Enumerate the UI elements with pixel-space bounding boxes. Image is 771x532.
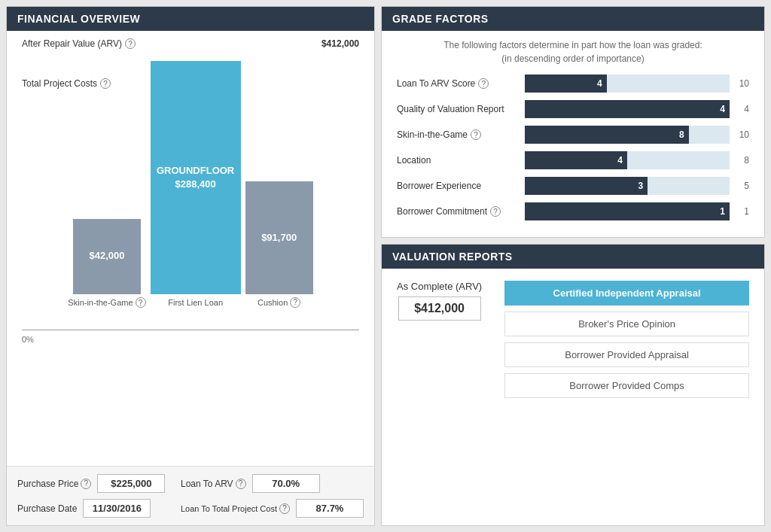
grade-bar-score: 3 bbox=[638, 181, 644, 191]
grade-factor-row: Quality of Valuation Report 4 4 bbox=[397, 100, 749, 118]
grade-max: 4 bbox=[734, 104, 749, 114]
bar-skin: $42,000 Skin-in-the-Game ? bbox=[68, 219, 145, 309]
chart-area: After Repair Value (ARV) ? $412,000 0% T… bbox=[7, 31, 374, 466]
bar-skin-fill: $42,000 bbox=[73, 219, 141, 294]
bar-first-lien-value: $288,400 bbox=[157, 178, 234, 191]
bar-first-lien-bottom-label: First Lien Loan bbox=[168, 297, 223, 308]
bar-first-lien-label: GROUNDFLOOR bbox=[157, 164, 234, 178]
loan-to-total-row: Loan To Total Project Cost ? 87.7% bbox=[181, 499, 364, 518]
bar-skin-label: Skin-in-the-Game ? bbox=[68, 297, 145, 309]
arv-label-text: After Repair Value (ARV) bbox=[22, 38, 122, 49]
loan-to-arv-value: 70.0% bbox=[252, 474, 320, 493]
grade-max: 8 bbox=[734, 155, 749, 166]
bar-first-lien-text: GROUNDFLOOR $288,400 bbox=[157, 164, 234, 191]
grade-bar-bg: 4 bbox=[525, 151, 730, 169]
grade-bar-bg: 4 bbox=[525, 100, 730, 118]
chart-wrapper: 0% Total Project Costs ? $330,400 $42,00… bbox=[22, 52, 359, 353]
loan-to-total-help-icon[interactable]: ? bbox=[279, 503, 290, 514]
loan-to-arv-help-icon[interactable]: ? bbox=[236, 479, 246, 489]
purchase-price-label: Purchase Price ? bbox=[17, 479, 91, 489]
total-project-costs-label: Total Project Costs bbox=[22, 78, 97, 89]
grade-factor-label: Loan To ARV Score? bbox=[397, 78, 517, 89]
zero-label: 0% bbox=[22, 335, 34, 344]
grade-factor-label: Borrower Experience bbox=[397, 181, 517, 191]
loan-to-arv-row: Loan To ARV ? 70.0% bbox=[181, 474, 364, 493]
grade-bar-fill: 4 bbox=[525, 100, 730, 118]
valuation-content: As Complete (ARV) $412,000 Certified Ind… bbox=[382, 269, 764, 410]
grade-bar-score: 4 bbox=[720, 104, 725, 114]
grade-bar-score: 4 bbox=[597, 78, 602, 89]
right-panel: GRADE FACTORS The following factors dete… bbox=[381, 6, 765, 526]
val-arv-label: As Complete (ARV) bbox=[397, 281, 482, 292]
grade-bar-fill: 8 bbox=[525, 126, 689, 144]
factor-help-icon[interactable]: ? bbox=[478, 78, 489, 89]
grade-bar-score: 8 bbox=[679, 129, 684, 140]
factor-help-icon[interactable]: ? bbox=[490, 206, 501, 217]
val-option[interactable]: Broker's Price Opinion bbox=[504, 312, 749, 336]
grade-subtitle1: The following factors determine in part … bbox=[397, 40, 749, 50]
grade-bar-score: 4 bbox=[617, 155, 623, 166]
grade-bar-container: 8 10 bbox=[525, 126, 749, 144]
grade-factor-label: Skin-in-the-Game? bbox=[397, 129, 517, 140]
grade-factor-row: Borrower Commitment? 1 1 bbox=[397, 202, 749, 220]
grade-factor-label: Borrower Commitment? bbox=[397, 206, 517, 217]
bar-cushion-fill: $91,700 bbox=[245, 181, 313, 294]
val-arv-value: $412,000 bbox=[398, 296, 481, 321]
skin-game-help-icon[interactable]: ? bbox=[136, 297, 146, 308]
factor-help-icon[interactable]: ? bbox=[471, 129, 481, 140]
grade-bar-container: 1 1 bbox=[525, 202, 749, 220]
purchase-date-value: 11/30/2016 bbox=[83, 499, 151, 518]
arv-help-icon[interactable]: ? bbox=[125, 38, 136, 49]
arv-label: After Repair Value (ARV) ? bbox=[22, 38, 136, 49]
grade-max: 5 bbox=[734, 181, 749, 191]
total-project-costs-help-icon[interactable]: ? bbox=[100, 78, 111, 89]
grade-bar-container: 3 5 bbox=[525, 177, 749, 195]
val-options-list: Certified Independent AppraisalBroker's … bbox=[504, 281, 749, 398]
grade-max: 10 bbox=[734, 78, 749, 89]
grade-bar-bg: 3 bbox=[525, 177, 730, 195]
val-option[interactable]: Borrower Provided Appraisal bbox=[504, 342, 749, 367]
arv-value: $412,000 bbox=[322, 38, 359, 49]
arv-row: After Repair Value (ARV) ? $412,000 bbox=[22, 38, 359, 49]
grade-factor-row: Location 4 8 bbox=[397, 151, 749, 169]
purchase-date-row: Purchase Date 11/30/2016 bbox=[17, 499, 166, 518]
grade-bar-fill: 4 bbox=[525, 151, 627, 169]
loan-to-total-value: 87.7% bbox=[296, 499, 364, 518]
grade-factor-label: Location bbox=[397, 155, 517, 166]
loan-to-arv-label: Loan To ARV ? bbox=[181, 479, 246, 489]
bar-skin-value: $42,000 bbox=[89, 249, 124, 263]
grade-bar-fill: 4 bbox=[525, 74, 607, 93]
loan-to-total-label: Loan To Total Project Cost ? bbox=[181, 503, 290, 514]
cushion-help-icon[interactable]: ? bbox=[290, 297, 300, 308]
bar-cushion: $91,700 Cushion ? bbox=[245, 181, 313, 308]
grade-subtitle2: (in descending order of importance) bbox=[397, 53, 749, 64]
grade-bar-fill: 1 bbox=[525, 202, 730, 220]
grade-factor-row: Loan To ARV Score? 4 10 bbox=[397, 74, 749, 93]
grade-bar-bg: 8 bbox=[525, 126, 730, 144]
bar-cushion-value: $91,700 bbox=[261, 231, 297, 245]
grade-factor-row: Borrower Experience 3 5 bbox=[397, 177, 749, 195]
bars-container: $42,000 Skin-in-the-Game ? GROUNDFLOOR $… bbox=[22, 52, 359, 330]
purchase-price-help-icon[interactable]: ? bbox=[81, 479, 91, 489]
grade-factor-row: Skin-in-the-Game? 8 10 bbox=[397, 126, 749, 144]
val-option[interactable]: Certified Independent Appraisal bbox=[504, 281, 749, 306]
grade-factors-header: GRADE FACTORS bbox=[382, 7, 764, 31]
financial-overview-header: FINANCIAL OVERVIEW bbox=[7, 7, 374, 31]
main-container: FINANCIAL OVERVIEW After Repair Value (A… bbox=[0, 0, 771, 532]
purchase-price-row: Purchase Price ? $225,000 bbox=[17, 474, 166, 493]
val-left: As Complete (ARV) $412,000 bbox=[397, 281, 482, 321]
grade-bar-container: 4 8 bbox=[525, 151, 749, 169]
bottom-fields: Purchase Price ? $225,000 Loan To ARV ? … bbox=[7, 466, 374, 525]
grade-max: 1 bbox=[734, 206, 749, 217]
grade-factor-label: Quality of Valuation Report bbox=[397, 104, 517, 114]
left-panel: FINANCIAL OVERVIEW After Repair Value (A… bbox=[6, 6, 375, 526]
val-option[interactable]: Borrower Provided Comps bbox=[504, 373, 749, 398]
grade-bar-bg: 1 bbox=[525, 202, 730, 220]
grade-bar-fill: 3 bbox=[525, 177, 648, 195]
grade-bar-score: 1 bbox=[720, 206, 725, 217]
purchase-date-label: Purchase Date bbox=[17, 503, 77, 514]
bar-cushion-label: Cushion ? bbox=[258, 297, 300, 308]
grade-content: The following factors determine in part … bbox=[382, 31, 764, 237]
grade-factors-container: Loan To ARV Score? 4 10 Quality of Valua… bbox=[397, 74, 749, 220]
grade-bar-bg: 4 bbox=[525, 74, 730, 93]
